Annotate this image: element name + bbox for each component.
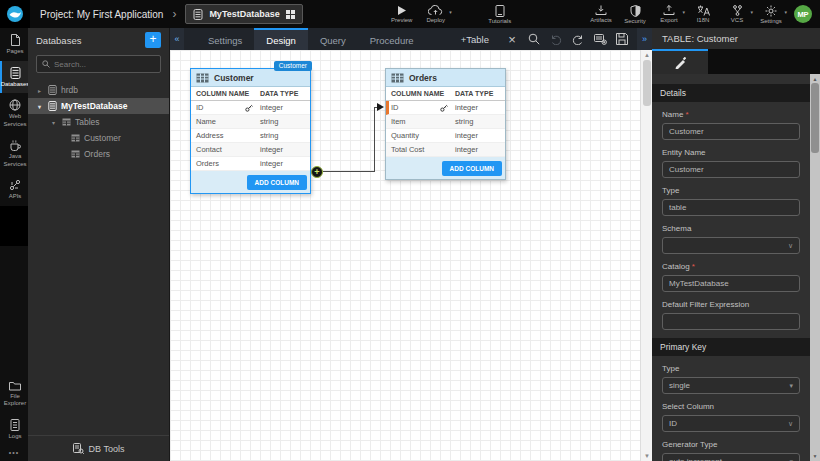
tree-item-customer[interactable]: Customer: [28, 130, 169, 146]
rail-item-databases[interactable]: Databases: [0, 61, 28, 94]
settings-button[interactable]: Settings ▾: [754, 0, 788, 28]
user-avatar[interactable]: MP: [794, 5, 812, 23]
rail-bottom-group: File Explorer Logs •••: [0, 375, 28, 461]
tree-item-orders[interactable]: Orders: [28, 146, 169, 162]
settings-caret-icon: ▾: [784, 9, 787, 15]
table-row[interactable]: Total Cost integer: [386, 143, 505, 157]
table-row[interactable]: ID integer: [191, 101, 310, 115]
table-header[interactable]: Customer: [191, 69, 310, 87]
scroll-down-icon[interactable]: ▼: [641, 453, 652, 459]
pk-type-select[interactable]: single ▾: [662, 377, 800, 394]
rail-item-file-explorer[interactable]: File Explorer: [0, 375, 28, 413]
table-header[interactable]: Orders: [386, 69, 505, 87]
delete-button[interactable]: ×: [504, 28, 520, 50]
expand-panel-button[interactable]: »: [637, 28, 652, 50]
table-row[interactable]: Orders integer: [191, 157, 310, 171]
vcs-button[interactable]: VCS ▾: [720, 0, 754, 28]
tab-settings[interactable]: Settings: [196, 28, 254, 50]
tutorials-button[interactable]: Tutorials: [483, 0, 517, 28]
add-column-button[interactable]: ADD COLUMN: [442, 161, 502, 176]
table-row[interactable]: Address string: [191, 129, 310, 143]
tab-procedure[interactable]: Procedure: [358, 28, 426, 50]
table-card-customer[interactable]: Customer Customer COLUMN NAME DATA TYPE …: [190, 68, 311, 194]
magnifier-icon: [528, 33, 540, 45]
table-row[interactable]: Quantity integer: [386, 129, 505, 143]
app-logo[interactable]: [0, 0, 30, 28]
tree-item-mytestdatabase[interactable]: ▾ MyTestDatabase: [28, 98, 169, 114]
default-filter-field[interactable]: [662, 313, 800, 330]
table-row-foreign-key[interactable]: ID integer: [386, 101, 505, 115]
canvas-vertical-scrollbar[interactable]: ▲ ▼: [640, 50, 652, 461]
section-primary-key: Primary Key: [652, 338, 810, 356]
open-database-tab[interactable]: MyTestDatabase: [185, 4, 302, 24]
table-title: Customer: [214, 73, 254, 83]
artifacts-button[interactable]: Artifacts: [584, 0, 618, 28]
play-icon: [396, 5, 407, 16]
scroll-up-icon[interactable]: ▲: [641, 52, 652, 58]
generator-type-select[interactable]: auto increment ▾: [662, 453, 800, 461]
schema-select[interactable]: ∨: [662, 237, 800, 254]
tab-design[interactable]: Design: [254, 28, 308, 50]
entity-name-field[interactable]: [662, 161, 800, 178]
scroll-down-icon[interactable]: ▼: [810, 453, 820, 459]
tree-expanded-arrow-icon[interactable]: ▾: [49, 119, 58, 126]
add-database-button[interactable]: +: [145, 32, 161, 48]
grid-switcher-icon[interactable]: [286, 10, 295, 19]
tree-item-hrdb[interactable]: ▸ hrdb: [28, 82, 169, 98]
properties-form: Details Name * Entity Name Type Schema ∨…: [652, 74, 810, 461]
generator-type-value: auto increment: [669, 457, 722, 461]
redo-button[interactable]: [570, 28, 586, 50]
scrollbar-thumb[interactable]: [643, 60, 651, 106]
search-input[interactable]: [54, 60, 155, 69]
column-name: Item: [386, 117, 455, 126]
table-card-orders[interactable]: Orders COLUMN NAME DATA TYPE ID integer …: [385, 68, 506, 180]
column-name: ID: [196, 103, 204, 112]
security-button[interactable]: Security: [618, 0, 652, 28]
relationship-drag-connector[interactable]: +: [311, 166, 323, 178]
select-column-select[interactable]: ID ∨: [662, 415, 800, 432]
catalog-field[interactable]: [662, 275, 800, 292]
tree-collapsed-arrow-icon[interactable]: ▸: [35, 87, 44, 94]
zoom-search-button[interactable]: [526, 28, 542, 50]
table-row[interactable]: Name string: [191, 115, 310, 129]
update-database-button[interactable]: [592, 28, 608, 50]
deploy-button[interactable]: Deploy ▾: [419, 0, 453, 28]
table-row[interactable]: Item string: [386, 115, 505, 129]
table-row[interactable]: Contact integer: [191, 143, 310, 157]
type-field[interactable]: [662, 199, 800, 216]
add-column-button[interactable]: ADD COLUMN: [247, 175, 307, 190]
i18n-button[interactable]: I18N: [686, 0, 720, 28]
properties-vertical-scrollbar[interactable]: ▲ ▼: [810, 74, 820, 461]
column-type: string: [455, 117, 505, 126]
rail-item-pages[interactable]: Pages: [0, 28, 28, 61]
preview-button[interactable]: Preview: [385, 0, 419, 28]
database-icon: [48, 85, 57, 95]
export-button[interactable]: Export ▾: [652, 0, 686, 28]
folder-icon: [9, 381, 21, 391]
dropdown-caret-icon: ▾: [789, 382, 793, 390]
scrollbar-thumb[interactable]: [811, 83, 819, 153]
rail-overflow-dots[interactable]: •••: [0, 445, 28, 461]
export-upload-icon: [663, 5, 675, 16]
collapse-panel-button[interactable]: «: [170, 28, 184, 50]
tree-item-tables[interactable]: ▾ Tables: [28, 114, 169, 130]
name-field[interactable]: [662, 123, 800, 140]
rail-item-apis[interactable]: APIs: [0, 173, 28, 206]
design-toolbar: « Settings Design Query Procedure +Table…: [170, 28, 652, 50]
select-column-label: Select Column: [662, 402, 800, 411]
edit-tab[interactable]: [652, 49, 708, 74]
rail-item-java-services[interactable]: Java Services: [0, 133, 28, 173]
save-button[interactable]: [614, 28, 630, 50]
scroll-up-icon[interactable]: ▲: [810, 76, 820, 82]
tree-expanded-arrow-icon[interactable]: ▾: [35, 103, 44, 110]
db-tools-button[interactable]: DB Tools: [28, 435, 169, 461]
page-icon: [10, 34, 21, 46]
design-canvas[interactable]: + Customer Customer COLUMN NAME DATA TYP…: [170, 50, 652, 461]
tab-query[interactable]: Query: [308, 28, 358, 50]
database-search-box[interactable]: [36, 55, 161, 73]
rail-item-logs[interactable]: Logs: [0, 413, 28, 446]
column-type: integer: [260, 159, 310, 168]
undo-button[interactable]: [548, 28, 564, 50]
rail-item-web-services[interactable]: Web Services: [0, 93, 28, 133]
add-table-button[interactable]: +Table: [461, 34, 489, 45]
